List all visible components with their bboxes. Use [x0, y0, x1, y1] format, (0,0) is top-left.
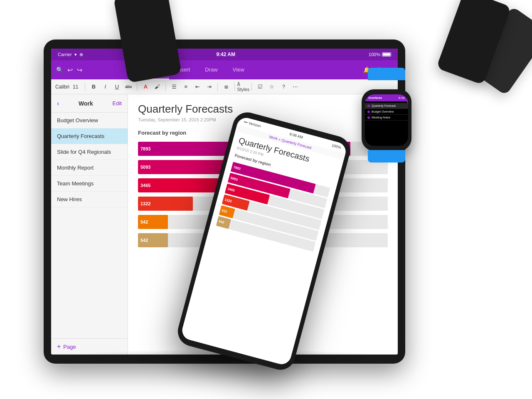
sidebar-item-budget-overview[interactable]: Budget Overview: [51, 113, 128, 128]
status-right: 100%: [369, 52, 391, 57]
watch-list-item[interactable]: Meeting Notes: [365, 115, 408, 121]
divider5: [234, 83, 235, 91]
status-time: 9:42 AM: [216, 52, 235, 57]
phone-time: 8:08 AM: [289, 132, 303, 139]
phone-bar-label: 1322: [224, 198, 232, 203]
signal-icon: ⊕: [79, 52, 83, 57]
more-button[interactable]: [290, 82, 300, 92]
bar-value-label: 3465: [140, 183, 150, 188]
status-left: Carrier ▾ ⊕: [58, 52, 83, 57]
divider4: [217, 83, 218, 91]
toolbar-left: [56, 66, 82, 74]
bar-fill: 542: [138, 233, 168, 247]
bullet-list-button[interactable]: [169, 82, 179, 92]
watch-screen: OneNote 8:08 ✕ Quarterly Forecast Budget…: [365, 94, 408, 146]
sidebar-items: Budget Overview Quarterly Forecasts Slid…: [51, 113, 128, 338]
phone-bar-label: 512: [221, 209, 227, 214]
font-family-label[interactable]: Calibri: [55, 84, 69, 90]
battery-icon: [382, 52, 391, 57]
carrier-label: Carrier: [58, 52, 72, 57]
wifi-icon: ▾: [74, 52, 77, 57]
bar-value-label: 1322: [140, 201, 150, 206]
watch-body: OneNote 8:08 ✕ Quarterly Forecast Budget…: [362, 89, 411, 151]
sidebar-item-new-hires[interactable]: New Hires: [51, 192, 128, 207]
watch-items: Quarterly Forecast Budget Overview Meeti…: [365, 101, 408, 122]
undo-icon[interactable]: [67, 66, 73, 74]
watch-list-item[interactable]: Budget Overview: [365, 109, 408, 115]
divider3: [165, 83, 166, 91]
phone-bar-label: 3465: [227, 187, 235, 192]
font-size-label[interactable]: 11: [73, 84, 78, 90]
bar-fill: 542: [138, 215, 168, 229]
watch-item-title: Quarterly Forecast: [372, 104, 406, 107]
strikethrough-button[interactable]: [123, 82, 133, 92]
align-button[interactable]: [221, 82, 231, 92]
phone-battery: 100%: [331, 143, 342, 150]
indent-button[interactable]: [204, 82, 214, 92]
watch-band-bottom: [368, 150, 405, 163]
divider2: [137, 83, 137, 91]
tablet-status-bar: Carrier ▾ ⊕ 9:42 AM 100%: [51, 49, 398, 60]
star-button[interactable]: [267, 82, 277, 92]
redo-icon[interactable]: [77, 66, 82, 74]
phone-bar-label: 542: [218, 219, 224, 224]
sidebar-title: Work: [79, 100, 93, 107]
help-button[interactable]: [278, 82, 288, 92]
watch-band-top: [368, 68, 405, 80]
styles-button[interactable]: Ã Styles: [238, 82, 248, 92]
add-page-label: Page: [63, 344, 76, 350]
sidebar-item-team-meetings[interactable]: Team Meetings: [51, 176, 128, 192]
search-icon[interactable]: [56, 66, 63, 74]
sidebar-header: ‹ Work Edit: [51, 94, 128, 113]
tab-view[interactable]: View: [225, 60, 252, 79]
numbered-list-button[interactable]: [181, 82, 191, 92]
watch-item-dot: [367, 111, 370, 113]
toolbar: Home Insert Draw View: [51, 60, 398, 79]
watch-item-title: Budget Overview: [372, 110, 406, 113]
checkbox-button[interactable]: [255, 82, 265, 92]
sidebar-item-quarterly-forecasts[interactable]: Quarterly Forecasts: [51, 128, 128, 144]
phone-bar-label: 7893: [233, 165, 241, 171]
bar-value-label: 542: [140, 219, 148, 224]
bar-value-label: 5093: [140, 165, 150, 170]
italic-button[interactable]: [100, 82, 110, 92]
watch-list-item[interactable]: Quarterly Forecast: [365, 103, 408, 109]
sidebar-item-slide-q4[interactable]: Slide for Q4 Regionals: [51, 144, 128, 160]
outdent-button[interactable]: [192, 82, 202, 92]
note-title: Quarterly Forecasts: [138, 103, 388, 116]
sidebar: ‹ Work Edit Budget Overview Quarterly Fo…: [51, 94, 128, 355]
watch-app-title: OneNote: [368, 96, 382, 100]
font-color-button[interactable]: A: [140, 82, 150, 92]
format-bar: Calibri 11 A 🖌 Ã Styles: [51, 79, 398, 94]
highlight-button[interactable]: 🖌: [152, 82, 162, 92]
phone-bar-label: 5093: [230, 176, 238, 182]
watch-item-title: Meeting Notes: [372, 116, 406, 119]
bar-fill: 1322: [138, 197, 193, 211]
bold-button[interactable]: [89, 82, 99, 92]
watch-time: 8:08: [398, 96, 405, 100]
underline-button[interactable]: [112, 82, 122, 92]
divider6: [251, 83, 252, 91]
bar-value-label: 542: [140, 238, 148, 243]
watch-item-dot: [367, 105, 370, 107]
tab-draw[interactable]: Draw: [197, 60, 225, 79]
battery-label: 100%: [369, 52, 380, 57]
bar-value-label: 7893: [140, 146, 150, 151]
sidebar-item-monthly-report[interactable]: Monthly Report: [51, 160, 128, 176]
divider1: [85, 83, 85, 91]
sidebar-edit-button[interactable]: Edit: [113, 100, 122, 106]
plus-icon: [57, 343, 61, 350]
watch-device: OneNote 8:08 ✕ Quarterly Forecast Budget…: [353, 77, 420, 156]
watch-header: OneNote 8:08: [365, 94, 408, 101]
watch-item-dot: [367, 116, 370, 119]
sidebar-back-icon[interactable]: ‹: [57, 100, 59, 107]
phone-bar-fill: 542: [216, 216, 232, 229]
